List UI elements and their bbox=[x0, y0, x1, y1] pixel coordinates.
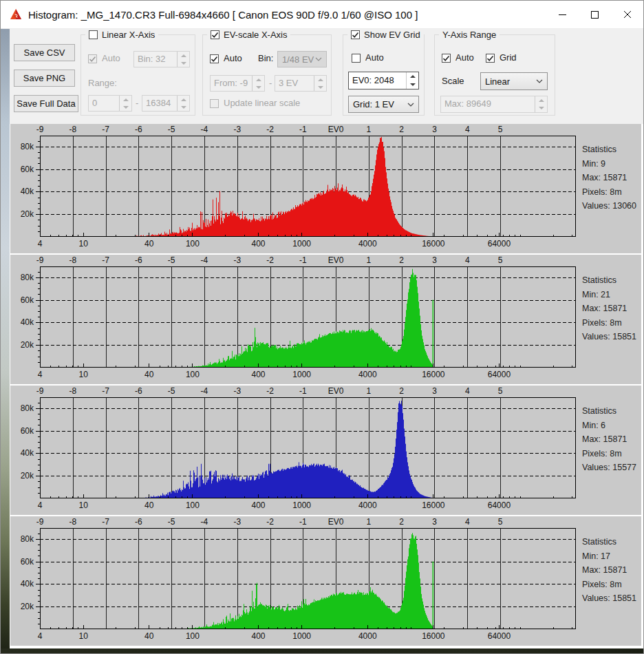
scale-dropdown[interactable]: Linear bbox=[480, 72, 548, 90]
svg-text:4000: 4000 bbox=[358, 631, 377, 641]
yaxis-grid-checkbox[interactable] bbox=[486, 54, 495, 63]
svg-text:3: 3 bbox=[432, 386, 437, 396]
histogram-panel-red: 20k40k60k80k-9-8-7-6-5-4-3-2-1EV01234541… bbox=[10, 124, 641, 253]
linear-bin-spinner: Bin: 32 bbox=[133, 51, 190, 67]
svg-text:40k: 40k bbox=[21, 317, 34, 327]
show-ev-grid-checkbox[interactable] bbox=[351, 30, 360, 39]
svg-text:-5: -5 bbox=[168, 125, 175, 134]
svg-text:10: 10 bbox=[78, 239, 88, 249]
stats-min: Min: 9 bbox=[582, 157, 636, 171]
svg-text:20k: 20k bbox=[21, 471, 34, 481]
svg-text:-9: -9 bbox=[36, 255, 44, 265]
svg-text:-3: -3 bbox=[233, 386, 241, 396]
ev-from-spinner: From: -9 bbox=[210, 75, 265, 92]
chevron-down-icon bbox=[536, 79, 543, 83]
window-controls bbox=[546, 1, 643, 28]
svg-text:2: 2 bbox=[399, 125, 404, 134]
svg-text:4: 4 bbox=[38, 500, 43, 510]
svg-text:64000: 64000 bbox=[488, 239, 511, 249]
linear-x-axis-checkbox[interactable] bbox=[89, 30, 98, 39]
svg-text:60k: 60k bbox=[21, 295, 34, 305]
svg-text:10: 10 bbox=[78, 500, 88, 510]
stats-min: Min: 6 bbox=[582, 419, 636, 433]
ev-scale-x-axis-checkbox[interactable] bbox=[211, 30, 219, 39]
y-axis-range-label: Y-Axis Range bbox=[442, 30, 496, 40]
svg-text:4000: 4000 bbox=[358, 500, 377, 510]
red-statistics: Statistics Min: 9 Max: 15871 Pixels: 8m … bbox=[582, 143, 636, 213]
svg-text:4000: 4000 bbox=[358, 370, 377, 379]
svg-text:3: 3 bbox=[432, 255, 437, 265]
window-title: Histogram: _MG_1470.CR3 Full-6984x4660 [… bbox=[28, 9, 418, 21]
ev-to-spinner: 3 EV bbox=[275, 75, 327, 92]
svg-text:-1: -1 bbox=[299, 125, 307, 134]
histogram-window: Histogram: _MG_1470.CR3 Full-6984x4660 [… bbox=[0, 0, 644, 654]
svg-text:-3: -3 bbox=[233, 517, 241, 527]
grid-step-dropdown[interactable]: Grid: 1 EV bbox=[348, 96, 419, 113]
stats-max: Max: 15871 bbox=[582, 302, 636, 316]
yaxis-auto-checkbox[interactable] bbox=[442, 54, 451, 63]
svg-text:40k: 40k bbox=[21, 579, 34, 589]
svg-text:-6: -6 bbox=[135, 517, 142, 527]
svg-text:40k: 40k bbox=[21, 448, 34, 458]
ev0-spinner[interactable]: EV0: 2048 bbox=[348, 72, 419, 89]
linear-auto-checkbox bbox=[88, 54, 97, 63]
spin-up-icon bbox=[181, 54, 186, 57]
maximize-button[interactable] bbox=[579, 1, 611, 28]
linear-auto-label: Auto bbox=[102, 53, 120, 63]
spin-up-icon bbox=[181, 98, 186, 101]
svg-text:4: 4 bbox=[38, 370, 43, 379]
range-to-spinner: 16384 bbox=[142, 95, 190, 112]
histogram-panel-green: 20k40k60k80k-9-8-7-6-5-4-3-2-1EV01234541… bbox=[10, 255, 641, 384]
spin-down-icon bbox=[181, 62, 186, 65]
ymax-spinner: Max: 89649 bbox=[440, 96, 548, 113]
svg-text:4000: 4000 bbox=[358, 239, 377, 249]
svg-text:-7: -7 bbox=[102, 255, 109, 265]
stats-title: Statistics bbox=[582, 535, 636, 549]
range-label: Range: bbox=[88, 78, 117, 88]
svg-text:100: 100 bbox=[186, 631, 200, 641]
svg-text:64000: 64000 bbox=[488, 370, 511, 379]
minimize-button[interactable] bbox=[546, 1, 579, 28]
ev-scale-x-axis-group: EV-scale X-Axis Auto Bin: 1/48 EV From: … bbox=[202, 34, 332, 116]
app-icon bbox=[10, 8, 22, 21]
svg-text:-8: -8 bbox=[69, 386, 76, 396]
stats-values: Values: 13060 bbox=[582, 199, 636, 213]
spin-up-icon[interactable] bbox=[410, 75, 416, 78]
svg-text:-7: -7 bbox=[102, 125, 109, 134]
svg-text:16000: 16000 bbox=[422, 631, 445, 641]
linear-x-axis-group: Linear X-Axis Auto Bin: 32 Range: 0 - 16… bbox=[80, 34, 195, 116]
svg-text:-4: -4 bbox=[201, 386, 208, 396]
save-csv-button[interactable]: Save CSV bbox=[14, 44, 75, 61]
maximize-icon bbox=[591, 11, 599, 19]
svg-text:60k: 60k bbox=[21, 165, 34, 174]
stats-pixels: Pixels: 8m bbox=[582, 185, 636, 200]
svg-text:-8: -8 bbox=[69, 125, 76, 134]
svg-text:-1: -1 bbox=[299, 517, 307, 527]
svg-text:4: 4 bbox=[465, 517, 470, 527]
svg-text:-6: -6 bbox=[135, 125, 142, 134]
close-button[interactable] bbox=[611, 1, 643, 28]
spin-up-icon bbox=[318, 78, 323, 81]
svg-text:-8: -8 bbox=[69, 255, 76, 265]
spin-down-icon bbox=[539, 107, 544, 109]
svg-text:64000: 64000 bbox=[488, 631, 511, 641]
stats-max: Max: 15871 bbox=[582, 563, 636, 578]
svg-text:1000: 1000 bbox=[292, 631, 311, 641]
spin-down-icon[interactable] bbox=[410, 83, 416, 86]
ev-auto-checkbox[interactable] bbox=[210, 54, 219, 63]
svg-text:4: 4 bbox=[465, 255, 470, 265]
green2-histogram-plot: 20k40k60k80k-9-8-7-6-5-4-3-2-1EV01234541… bbox=[10, 516, 641, 646]
save-full-data-button[interactable]: Save Full Data bbox=[14, 95, 78, 112]
svg-text:-4: -4 bbox=[201, 125, 208, 134]
histogram-panels: 20k40k60k80k-9-8-7-6-5-4-3-2-1EV01234541… bbox=[10, 124, 643, 648]
svg-text:-1: -1 bbox=[299, 386, 307, 396]
svg-text:-5: -5 bbox=[168, 386, 175, 396]
yaxis-grid-label: Grid bbox=[500, 52, 517, 63]
save-png-button[interactable]: Save PNG bbox=[14, 70, 75, 87]
range-dash-label: - bbox=[136, 98, 138, 108]
svg-text:2: 2 bbox=[399, 386, 404, 396]
evgrid-auto-checkbox[interactable] bbox=[352, 54, 361, 63]
svg-text:16000: 16000 bbox=[422, 370, 445, 379]
svg-text:1000: 1000 bbox=[292, 500, 311, 510]
stats-title: Statistics bbox=[582, 404, 636, 419]
